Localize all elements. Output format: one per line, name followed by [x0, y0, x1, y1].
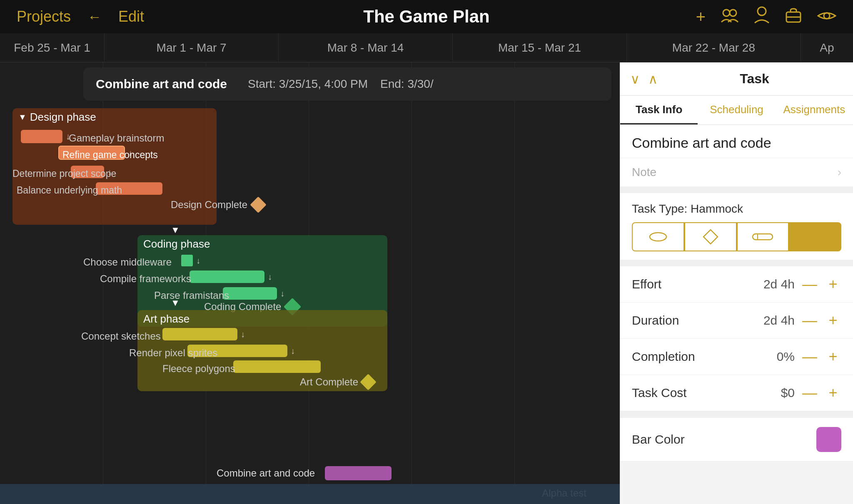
tooltip-task-name: Combine art and code — [96, 77, 227, 91]
svg-point-5 — [824, 13, 830, 19]
app-title: The Game Plan — [363, 7, 489, 26]
duration-minus-button[interactable]: — — [801, 312, 818, 329]
bottom-bar — [0, 484, 620, 504]
panel-title: Task — [666, 71, 843, 87]
completion-minus-button[interactable]: — — [801, 348, 818, 365]
completion-label: Completion — [632, 350, 695, 364]
task-choose-middleware[interactable]: ↓ — [181, 255, 200, 266]
tl-col-2: Mar 8 - Mar 14 — [327, 41, 404, 55]
note-label: Note — [632, 166, 656, 179]
tl-col-1: Mar 1 - Mar 7 — [157, 41, 227, 55]
panel-note-row[interactable]: Note › — [620, 158, 853, 186]
task-refine-concepts[interactable]: ↓ — [58, 146, 132, 160]
svg-rect-7 — [703, 230, 718, 244]
combine-task-label: Combine art and code — [217, 467, 315, 479]
task-parse-label: Parse framistans — [154, 290, 229, 301]
task-parse-framistans[interactable]: ↓ — [223, 287, 284, 300]
effort-row: Effort 2d 4h — + — [620, 266, 853, 303]
completion-value: 0% — [777, 350, 795, 364]
task-cost-plus-button[interactable]: + — [825, 384, 841, 402]
task-cost-label: Task Cost — [632, 386, 687, 400]
art-phase-arrow: ▼ — [171, 298, 180, 308]
task-scope-label: Determine project scope — [12, 168, 116, 179]
task-middleware-label: Choose middleware — [83, 256, 172, 268]
task-compile-label: Compile frameworks — [100, 273, 191, 285]
panel-prev-button[interactable]: ∨ — [630, 71, 640, 87]
tooltip-start: Start: 3/25/15, 4:00 PM — [248, 77, 368, 91]
design-complete-label: Design Complete — [171, 199, 247, 211]
panel-next-button[interactable]: ∧ — [648, 71, 658, 87]
add-button[interactable]: + — [696, 7, 706, 26]
type-normal-button[interactable] — [632, 222, 684, 251]
tooltip-end: End: 3/30/ — [380, 77, 434, 91]
tl-col-4: Mar 22 - Mar 28 — [672, 41, 755, 55]
design-phase-label: Design phase — [30, 111, 96, 124]
effort-value: 2d 4h — [763, 277, 795, 291]
bar-color-label: Bar Color — [632, 432, 685, 447]
type-hammered-button[interactable] — [737, 222, 789, 251]
design-complete-milestone: Design Complete — [171, 199, 264, 211]
completion-row: Completion 0% — + — [620, 339, 853, 375]
duration-value: 2d 4h — [763, 313, 795, 328]
right-panel: ∨ ∧ Task Task Info Scheduling Assignment… — [620, 62, 853, 504]
task-render-label: Render pixel sprites — [129, 347, 217, 359]
tooltip-bar: Combine art and code Start: 3/25/15, 4:0… — [83, 67, 611, 101]
effort-minus-button[interactable]: — — [801, 276, 818, 293]
tl-col-5: Ap — [820, 41, 834, 55]
coding-phase-label: Coding phase — [143, 238, 210, 251]
coding-phase-arrow: ▼ — [171, 225, 180, 236]
tl-col-3: Mar 15 - Mar 21 — [498, 41, 581, 55]
duration-plus-button[interactable]: + — [825, 312, 841, 329]
task-cost-row: Task Cost $0 — + — [620, 375, 853, 411]
task-concept-sketches[interactable]: ↓ — [162, 328, 245, 340]
group-icon[interactable] — [721, 7, 739, 27]
duration-label: Duration — [632, 313, 679, 328]
art-phase-label: Art phase — [143, 313, 190, 325]
tab-task-info[interactable]: Task Info — [620, 96, 698, 124]
svg-point-2 — [758, 7, 766, 15]
note-chevron: › — [838, 166, 841, 179]
task-type-section: Task Type: Hammock — [620, 193, 853, 260]
tab-scheduling[interactable]: Scheduling — [698, 96, 775, 124]
bar-color-row[interactable]: Bar Color — [620, 418, 853, 462]
task-compile-frameworks[interactable]: ↓ — [190, 271, 272, 283]
completion-plus-button[interactable]: + — [825, 348, 841, 365]
bar-color-swatch[interactable] — [816, 427, 841, 452]
back-button[interactable]: ← — [87, 9, 102, 25]
task-fleece-label: Fleece polygons — [162, 363, 235, 375]
task-math-label: Balance underlying math — [17, 185, 122, 196]
svg-point-0 — [723, 10, 730, 16]
task-type-label: Task Type: Hammock — [632, 202, 841, 216]
svg-point-1 — [730, 10, 736, 16]
svg-point-6 — [650, 233, 666, 241]
svg-rect-8 — [753, 234, 773, 240]
svg-rect-10 — [805, 234, 825, 240]
effort-plus-button[interactable]: + — [825, 276, 841, 293]
type-hammock-button[interactable] — [789, 222, 841, 251]
duration-row: Duration 2d 4h — + — [620, 303, 853, 339]
task-cost-minus-button[interactable]: — — [801, 384, 818, 402]
art-complete-label: Art Complete — [300, 376, 358, 388]
art-complete-milestone: Art Complete — [300, 376, 374, 388]
eye-icon[interactable] — [817, 7, 836, 26]
briefcase-icon[interactable] — [785, 7, 802, 27]
edit-label[interactable]: Edit — [118, 8, 144, 25]
task-gameplay-brainstorm[interactable]: ↓ — [21, 130, 70, 143]
task-concept-label: Concept sketches — [81, 330, 161, 342]
design-phase-triangle: ▼ — [18, 112, 27, 122]
type-milestone-button[interactable] — [684, 222, 737, 251]
effort-label: Effort — [632, 277, 661, 291]
person-icon[interactable] — [754, 6, 770, 27]
panel-task-name: Combine art and code — [620, 125, 853, 158]
task-fleece-polygons[interactable] — [233, 360, 321, 373]
projects-label[interactable]: Projects — [17, 8, 71, 25]
tab-assignments[interactable]: Assignments — [776, 96, 853, 124]
task-cost-value: $0 — [781, 386, 795, 400]
combine-row[interactable]: Combine art and code — [0, 465, 620, 481]
task-gameplay-label: Gameplay brainstorm — [69, 132, 164, 144]
tl-col-0: Feb 25 - Mar 1 — [14, 41, 90, 55]
